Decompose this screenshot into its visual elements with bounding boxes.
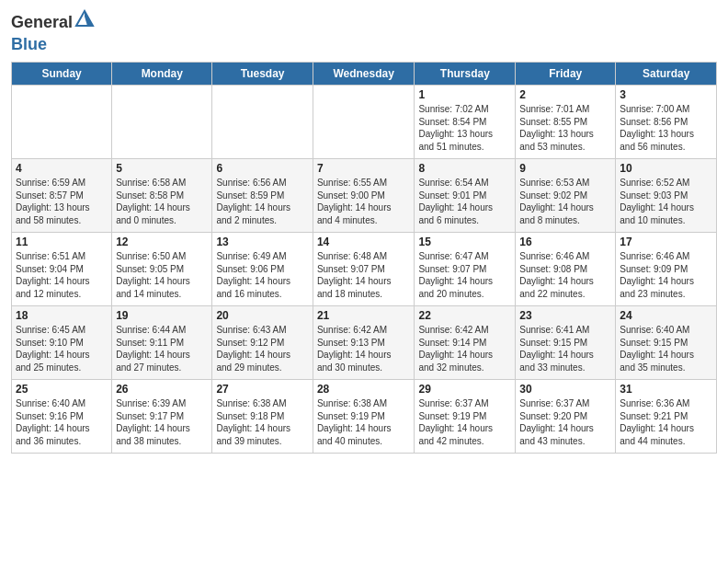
day-info: Sunrise: 6:45 AM Sunset: 9:10 PM Dayligh… — [16, 324, 108, 373]
calendar-cell: 31Sunrise: 6:36 AM Sunset: 9:21 PM Dayli… — [616, 380, 717, 454]
calendar-cell: 1Sunrise: 7:02 AM Sunset: 8:54 PM Daylig… — [415, 86, 516, 159]
calendar-cell: 16Sunrise: 6:46 AM Sunset: 9:08 PM Dayli… — [516, 233, 616, 306]
day-info: Sunrise: 6:47 AM Sunset: 9:07 PM Dayligh… — [418, 250, 511, 300]
day-info: Sunrise: 6:38 AM Sunset: 9:18 PM Dayligh… — [216, 397, 308, 447]
day-info: Sunrise: 6:52 AM Sunset: 9:03 PM Dayligh… — [620, 177, 712, 226]
logo: General Blue — [11, 9, 95, 54]
calendar-cell: 26Sunrise: 6:39 AM Sunset: 9:17 PM Dayli… — [112, 380, 212, 454]
calendar-week-row: 18Sunrise: 6:45 AM Sunset: 9:10 PM Dayli… — [12, 306, 717, 380]
weekday-header-saturday: Saturday — [616, 63, 717, 86]
calendar-cell: 4Sunrise: 6:59 AM Sunset: 8:57 PM Daylig… — [12, 159, 112, 233]
calendar-week-row: 25Sunrise: 6:40 AM Sunset: 9:16 PM Dayli… — [12, 380, 717, 454]
day-info: Sunrise: 7:01 AM Sunset: 8:55 PM Dayligh… — [519, 103, 611, 153]
day-info: Sunrise: 6:44 AM Sunset: 9:11 PM Dayligh… — [116, 324, 208, 373]
day-info: Sunrise: 6:43 AM Sunset: 9:12 PM Dayligh… — [216, 324, 308, 373]
day-number: 25 — [16, 383, 108, 396]
header: General Blue — [11, 9, 717, 54]
day-info: Sunrise: 6:39 AM Sunset: 9:17 PM Dayligh… — [116, 397, 208, 447]
calendar-week-row: 4Sunrise: 6:59 AM Sunset: 8:57 PM Daylig… — [12, 159, 717, 233]
day-info: Sunrise: 6:49 AM Sunset: 9:06 PM Dayligh… — [216, 250, 308, 300]
calendar-cell — [313, 86, 415, 159]
calendar-table: SundayMondayTuesdayWednesdayThursdayFrid… — [11, 62, 717, 454]
weekday-header-sunday: Sunday — [12, 63, 112, 86]
day-number: 16 — [519, 236, 611, 248]
day-info: Sunrise: 6:56 AM Sunset: 8:59 PM Dayligh… — [216, 177, 308, 226]
calendar-cell: 6Sunrise: 6:56 AM Sunset: 8:59 PM Daylig… — [212, 159, 313, 233]
day-number: 11 — [16, 236, 108, 248]
day-number: 15 — [418, 236, 511, 248]
calendar-cell: 20Sunrise: 6:43 AM Sunset: 9:12 PM Dayli… — [212, 306, 313, 380]
logo-general: General — [11, 13, 73, 32]
day-number: 18 — [16, 309, 108, 322]
day-info: Sunrise: 6:48 AM Sunset: 9:07 PM Dayligh… — [317, 250, 411, 300]
day-number: 4 — [16, 162, 108, 175]
day-info: Sunrise: 6:41 AM Sunset: 9:15 PM Dayligh… — [519, 324, 611, 373]
day-info: Sunrise: 6:37 AM Sunset: 9:19 PM Dayligh… — [418, 397, 511, 447]
day-info: Sunrise: 6:37 AM Sunset: 9:20 PM Dayligh… — [519, 397, 611, 447]
day-number: 8 — [418, 162, 511, 175]
calendar-cell: 12Sunrise: 6:50 AM Sunset: 9:05 PM Dayli… — [112, 233, 212, 306]
weekday-header-wednesday: Wednesday — [313, 63, 415, 86]
calendar-cell: 30Sunrise: 6:37 AM Sunset: 9:20 PM Dayli… — [516, 380, 616, 454]
day-number: 23 — [519, 309, 611, 322]
calendar-cell: 14Sunrise: 6:48 AM Sunset: 9:07 PM Dayli… — [313, 233, 415, 306]
day-info: Sunrise: 6:50 AM Sunset: 9:05 PM Dayligh… — [116, 250, 208, 300]
day-number: 2 — [519, 88, 611, 101]
day-info: Sunrise: 7:00 AM Sunset: 8:56 PM Dayligh… — [620, 103, 712, 153]
calendar-cell: 5Sunrise: 6:58 AM Sunset: 8:58 PM Daylig… — [112, 159, 212, 233]
weekday-header-row: SundayMondayTuesdayWednesdayThursdayFrid… — [12, 63, 717, 86]
day-number: 17 — [620, 236, 712, 248]
calendar-cell: 21Sunrise: 6:42 AM Sunset: 9:13 PM Dayli… — [313, 306, 415, 380]
day-number: 14 — [317, 236, 411, 248]
calendar-cell: 11Sunrise: 6:51 AM Sunset: 9:04 PM Dayli… — [12, 233, 112, 306]
day-number: 9 — [519, 162, 611, 175]
day-number: 7 — [317, 162, 411, 175]
day-number: 12 — [116, 236, 208, 248]
calendar-cell: 10Sunrise: 6:52 AM Sunset: 9:03 PM Dayli… — [616, 159, 717, 233]
day-info: Sunrise: 6:46 AM Sunset: 9:09 PM Dayligh… — [620, 250, 712, 300]
calendar-cell — [212, 86, 313, 159]
day-number: 10 — [620, 162, 712, 175]
calendar-cell: 23Sunrise: 6:41 AM Sunset: 9:15 PM Dayli… — [516, 306, 616, 380]
day-number: 27 — [216, 383, 308, 396]
calendar-cell: 22Sunrise: 6:42 AM Sunset: 9:14 PM Dayli… — [415, 306, 516, 380]
day-number: 28 — [317, 383, 411, 396]
day-info: Sunrise: 6:38 AM Sunset: 9:19 PM Dayligh… — [317, 397, 411, 447]
day-info: Sunrise: 6:58 AM Sunset: 8:58 PM Dayligh… — [116, 177, 208, 226]
calendar-cell — [112, 86, 212, 159]
day-number: 24 — [620, 309, 712, 322]
weekday-header-monday: Monday — [112, 63, 212, 86]
day-number: 21 — [317, 309, 411, 322]
calendar-cell: 13Sunrise: 6:49 AM Sunset: 9:06 PM Dayli… — [212, 233, 313, 306]
day-info: Sunrise: 6:36 AM Sunset: 9:21 PM Dayligh… — [620, 397, 712, 447]
day-number: 6 — [216, 162, 308, 175]
calendar-cell: 19Sunrise: 6:44 AM Sunset: 9:11 PM Dayli… — [112, 306, 212, 380]
calendar-cell: 28Sunrise: 6:38 AM Sunset: 9:19 PM Dayli… — [313, 380, 415, 454]
day-number: 31 — [620, 383, 712, 396]
day-info: Sunrise: 6:40 AM Sunset: 9:16 PM Dayligh… — [16, 397, 108, 447]
day-number: 29 — [418, 383, 511, 396]
calendar-cell: 2Sunrise: 7:01 AM Sunset: 8:55 PM Daylig… — [516, 86, 616, 159]
day-info: Sunrise: 6:53 AM Sunset: 9:02 PM Dayligh… — [519, 177, 611, 226]
day-number: 19 — [116, 309, 208, 322]
calendar-cell: 29Sunrise: 6:37 AM Sunset: 9:19 PM Dayli… — [415, 380, 516, 454]
weekday-header-friday: Friday — [516, 63, 616, 86]
day-info: Sunrise: 6:54 AM Sunset: 9:01 PM Dayligh… — [418, 177, 511, 226]
day-number: 26 — [116, 383, 208, 396]
calendar-cell: 27Sunrise: 6:38 AM Sunset: 9:18 PM Dayli… — [212, 380, 313, 454]
calendar-container: General Blue SundayMondayTuesdayWednesda… — [0, 0, 728, 563]
day-number: 1 — [418, 88, 511, 101]
day-number: 22 — [418, 309, 511, 322]
calendar-cell: 3Sunrise: 7:00 AM Sunset: 8:56 PM Daylig… — [616, 86, 717, 159]
day-info: Sunrise: 6:46 AM Sunset: 9:08 PM Dayligh… — [519, 250, 611, 300]
day-info: Sunrise: 6:51 AM Sunset: 9:04 PM Dayligh… — [16, 250, 108, 300]
day-number: 20 — [216, 309, 308, 322]
calendar-cell: 17Sunrise: 6:46 AM Sunset: 9:09 PM Dayli… — [616, 233, 717, 306]
calendar-cell: 9Sunrise: 6:53 AM Sunset: 9:02 PM Daylig… — [516, 159, 616, 233]
day-info: Sunrise: 6:55 AM Sunset: 9:00 PM Dayligh… — [317, 177, 411, 226]
weekday-header-tuesday: Tuesday — [212, 63, 313, 86]
day-info: Sunrise: 6:42 AM Sunset: 9:13 PM Dayligh… — [317, 324, 411, 373]
calendar-cell: 8Sunrise: 6:54 AM Sunset: 9:01 PM Daylig… — [415, 159, 516, 233]
day-number: 3 — [620, 88, 712, 101]
calendar-cell: 18Sunrise: 6:45 AM Sunset: 9:10 PM Dayli… — [12, 306, 112, 380]
